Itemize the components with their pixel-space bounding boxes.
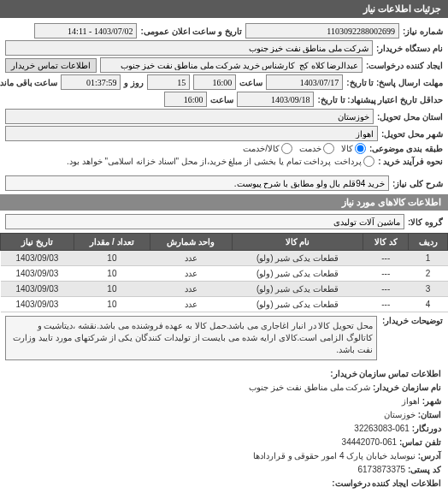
city-input[interactable] xyxy=(5,126,378,141)
table-cell: 1403/09/03 xyxy=(1,251,74,266)
contact-province: خوزستان xyxy=(384,410,416,419)
org-value: شرکت ملی مناطق نفت خیز جنوب xyxy=(249,383,370,392)
table-cell: عدد xyxy=(150,266,232,282)
table-cell: 1403/09/03 xyxy=(1,266,74,282)
fax-value: 061-32263083 xyxy=(354,424,410,433)
buyer-input[interactable] xyxy=(5,40,373,56)
address-label: آدرس: xyxy=(418,451,441,460)
city-label: شهر محل تحویل: xyxy=(381,129,443,139)
contact-city-label: شهر: xyxy=(422,396,441,406)
subject-type-label: طبقه بندی موضوعی: xyxy=(369,144,443,153)
contact-header: اطلاعات تماس سازمان خریدار: xyxy=(330,369,441,378)
public-date-label: تاریخ و ساعت اعلان عمومی: xyxy=(140,27,241,36)
table-cell: عدد xyxy=(150,282,232,297)
table-cell: 2 xyxy=(409,266,448,282)
org-label: نام سازمان خریدار: xyxy=(373,383,441,392)
public-date-input[interactable] xyxy=(34,23,137,39)
remain-time-input[interactable] xyxy=(61,74,121,90)
radio-goods[interactable]: کالا xyxy=(341,143,366,154)
table-cell: 10 xyxy=(74,282,150,297)
phone-label: تلفن تماس: xyxy=(399,437,441,447)
requester-label: ایجاد کننده درخواست: xyxy=(366,61,443,70)
table-cell: --- xyxy=(363,282,409,297)
table-cell: 10 xyxy=(74,266,150,282)
table-header-row: ردیف کد کالا نام کالا واحد شمارش تعداد /… xyxy=(1,234,448,251)
goods-table: ردیف کد کالا نام کالا واحد شمارش تعداد /… xyxy=(0,233,448,312)
contact-province-label: استان: xyxy=(418,410,441,419)
table-cell: قطعات یدکی شیر (ولو) xyxy=(232,251,363,266)
remain-days-input[interactable] xyxy=(147,74,190,90)
table-cell: 1403/09/03 xyxy=(1,297,74,312)
postal-value: 6173873375 xyxy=(357,465,405,474)
deadline-date-input[interactable] xyxy=(266,74,343,90)
goods-header: اطلاعات کالاهای مورد نیاز xyxy=(0,194,448,211)
validity-date-input[interactable] xyxy=(237,92,314,107)
contact-city: اهواز xyxy=(402,396,420,406)
subject-radio-group: کالا خدمت کالا/خدمت xyxy=(243,143,366,154)
radio-service-input[interactable] xyxy=(323,143,334,154)
payment-label: نحوه فرآیند خرید : xyxy=(378,157,443,166)
deadline-time-input[interactable] xyxy=(193,74,236,90)
th-unit: واحد شمارش xyxy=(150,234,232,251)
validity-label: حداقل تاریخ اعتبار پیشنهاد: تا تاریخ: xyxy=(317,95,443,104)
payment-note: پرداخت تمام یا بخشی از مبلغ خرید،از محل … xyxy=(67,157,331,166)
th-row: ردیف xyxy=(409,234,448,251)
group-label: گروه کالا: xyxy=(408,217,443,227)
group-input[interactable] xyxy=(5,214,404,229)
postal-label: کد پستی: xyxy=(408,465,441,474)
table-cell: 3 xyxy=(409,282,448,297)
table-cell: عدد xyxy=(150,251,232,266)
phone-value: 061-34442070 xyxy=(342,437,398,447)
table-row: 2---قطعات یدکی شیر (ولو)عدد101403/09/03 xyxy=(1,266,448,282)
description-label: توضیحات خریدار: xyxy=(382,316,443,325)
table-row: 4---قطعات یدکی شیر (ولو)عدد101403/09/03 xyxy=(1,297,448,312)
table-cell: 10 xyxy=(74,297,150,312)
page-header: جزئیات اطلاعات نیاز xyxy=(0,0,448,18)
table-cell: عدد xyxy=(150,297,232,312)
remain-label-2: ساعت باقی مانده xyxy=(0,78,57,87)
table-cell: 1 xyxy=(409,251,448,266)
need-title-label: شرح کلی نیاز: xyxy=(392,179,443,188)
table-cell: --- xyxy=(363,251,409,266)
fax-label: دورنگار: xyxy=(412,424,441,433)
th-qty: تعداد / مقدار xyxy=(74,234,150,251)
table-cell: قطعات یدکی شیر (ولو) xyxy=(232,282,363,297)
radio-goods-input[interactable] xyxy=(355,143,366,154)
description-box: محل تحویل کالا در انبار اغاجاری می باشد.… xyxy=(5,316,377,360)
contact-section: اطلاعات تماس سازمان خریدار: نام سازمان خ… xyxy=(0,364,448,493)
request-no-input[interactable] xyxy=(245,23,399,39)
buyer-label: نام دستگاه خریدار: xyxy=(376,44,443,53)
table-cell: قطعات یدکی شیر (ولو) xyxy=(232,266,363,282)
table-row: 1---قطعات یدکی شیر (ولو)عدد101403/09/03 xyxy=(1,251,448,266)
province-input[interactable] xyxy=(5,109,374,124)
th-name: نام کالا xyxy=(232,234,363,251)
table-cell: 4 xyxy=(409,297,448,312)
radio-direct-input[interactable] xyxy=(363,156,374,167)
validity-time-input[interactable] xyxy=(164,92,207,107)
radio-both[interactable]: کالا/خدمت xyxy=(243,143,292,154)
remain-label-1: روز و xyxy=(124,78,144,87)
province-label: استان محل تحویل: xyxy=(377,112,443,122)
requester-input[interactable] xyxy=(100,57,363,73)
radio-direct[interactable]: پرداخت xyxy=(334,156,374,167)
creator-header: اطلاعات ایجاد کننده درخواست: xyxy=(332,478,441,488)
table-cell: 10 xyxy=(74,251,150,266)
table-cell: --- xyxy=(363,297,409,312)
page-title: جزئیات اطلاعات نیاز xyxy=(363,3,441,14)
address-value: نیوساید خیابان پارک 4 امور حقوقی و قرارد… xyxy=(253,451,416,460)
time-label-1: ساعت xyxy=(239,78,262,87)
th-code: کد کالا xyxy=(363,234,409,251)
need-title-input[interactable] xyxy=(5,175,389,191)
table-row: 3---قطعات یدکی شیر (ولو)عدد101403/09/03 xyxy=(1,282,448,297)
contact-button[interactable]: اطلاعات تماس خریدار xyxy=(5,58,97,73)
request-no-label: شماره نیاز: xyxy=(403,27,443,36)
th-date: تاریخ نیاز xyxy=(1,234,74,251)
deadline-label: مهلت ارسال پاسخ: تا تاریخ: xyxy=(346,78,443,87)
radio-service[interactable]: خدمت xyxy=(299,143,334,154)
table-cell: --- xyxy=(363,266,409,282)
form-section: شماره نیاز: تاریخ و ساعت اعلان عمومی: نا… xyxy=(0,18,448,172)
radio-both-input[interactable] xyxy=(281,143,292,154)
table-cell: 1403/09/03 xyxy=(1,282,74,297)
time-label-2: ساعت xyxy=(210,95,233,104)
table-cell: قطعات یدکی شیر (ولو) xyxy=(232,297,363,312)
